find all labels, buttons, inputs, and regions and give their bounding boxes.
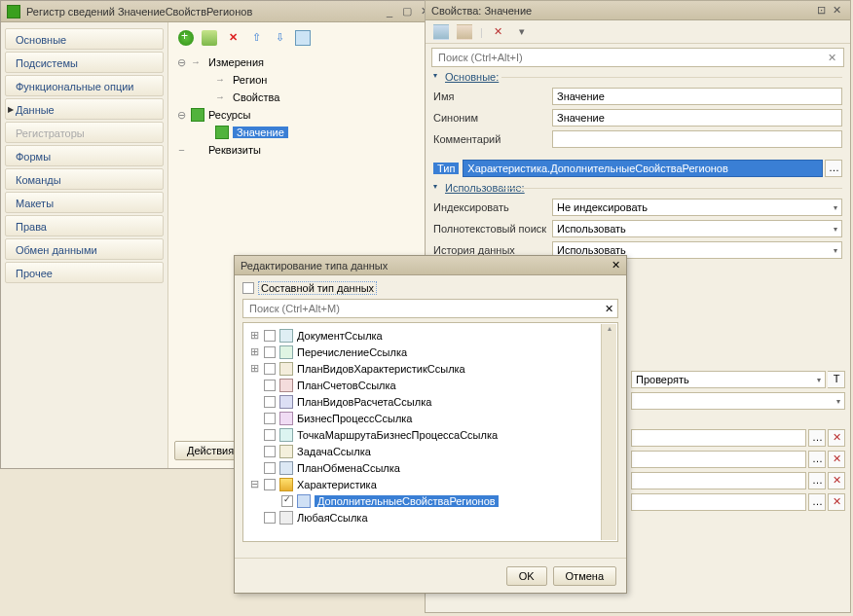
properties-search-input[interactable] [436, 51, 825, 64]
type-checkbox[interactable] [264, 446, 276, 457]
nav-item-main[interactable]: Основные [5, 28, 164, 50]
clear-icon[interactable]: ✕ [491, 24, 506, 40]
nav-item-other[interactable]: Прочее [5, 262, 164, 283]
more-button[interactable]: … [808, 429, 826, 447]
cancel-button[interactable]: Отмена [553, 566, 616, 586]
input-synonym[interactable]: Значение [552, 109, 842, 127]
type-checkbox[interactable] [264, 380, 276, 391]
ok-button[interactable]: OK [506, 566, 547, 586]
type-tree-item[interactable]: ПланОбменаСсылка [243, 459, 617, 476]
type-checkbox[interactable] [264, 346, 276, 358]
more-button[interactable]: … [808, 451, 826, 468]
nav-item-commands[interactable]: Команды [5, 168, 164, 190]
composite-type-checkbox[interactable] [242, 282, 254, 294]
type-checkbox[interactable] [281, 495, 293, 507]
add-icon[interactable] [178, 30, 194, 46]
nav-item-exchange[interactable]: Обмен данными [5, 238, 164, 260]
delete-icon[interactable]: ✕ [225, 30, 241, 46]
tree-group-attributes[interactable]: Реквизиты [176, 141, 431, 159]
pin-icon[interactable]: ⊡ [813, 4, 829, 17]
type-tree-item[interactable]: ⊞ПланВидовХарактеристикСсылка [243, 360, 617, 377]
type-tree-item[interactable]: ⊟Характеристика [243, 476, 617, 492]
ghost-select[interactable]: Проверять [631, 371, 826, 388]
scroll-up-icon[interactable]: ▴ [602, 324, 616, 333]
nav-item-data[interactable]: Данные [5, 98, 164, 120]
input-comment[interactable] [552, 130, 842, 148]
type-checkbox[interactable] [264, 429, 276, 441]
ghost-input[interactable] [631, 493, 806, 511]
expand-icon[interactable]: ⊟ [249, 478, 260, 490]
tree-item-value[interactable]: Значение [176, 124, 431, 141]
type-tree-item[interactable]: ⊞ДокументСсылка [243, 327, 617, 344]
tree-group-resources[interactable]: ⊖ Ресурсы [176, 106, 431, 124]
ghost-input[interactable] [631, 451, 806, 468]
expand-icon[interactable]: ⊞ [249, 362, 260, 375]
input-name[interactable]: Значение [552, 88, 842, 105]
properties-search[interactable]: ✕ [431, 48, 844, 67]
type-checkbox[interactable] [264, 413, 276, 424]
ghost-select[interactable] [631, 392, 845, 410]
close-icon[interactable]: ✕ [829, 4, 844, 17]
type-search[interactable]: ✕ [242, 299, 618, 318]
type-tree-item[interactable]: ТочкаМаршрутаБизнесПроцессаСсылка [243, 426, 617, 443]
composite-type-checkbox-row[interactable]: Составной тип данных [242, 281, 618, 295]
clear-button[interactable]: ✕ [828, 451, 845, 468]
type-tree-item[interactable]: БизнесПроцессСсылка [243, 410, 617, 426]
maximize-icon[interactable]: ▢ [398, 5, 416, 18]
ghost-input[interactable] [631, 429, 806, 447]
more-button[interactable]: … [808, 493, 826, 511]
type-checkbox[interactable] [264, 396, 276, 408]
expand-icon[interactable]: ⊞ [249, 345, 260, 358]
collapse-icon[interactable]: ⊖ [176, 109, 187, 122]
group-main-title[interactable]: Основные: [433, 71, 842, 83]
t-icon[interactable]: T [828, 371, 845, 388]
type-checkbox[interactable] [264, 479, 276, 490]
nav-item-rights[interactable]: Права [5, 215, 164, 236]
group-usage-title[interactable]: Использование: [433, 182, 842, 194]
clear-button[interactable]: ✕ [828, 472, 845, 489]
categorize-icon[interactable] [457, 24, 472, 40]
type-tree-item[interactable]: ⊞ПеречислениеСсылка [243, 344, 617, 360]
scrollbar[interactable]: ▴ [601, 324, 616, 540]
input-type[interactable]: Характеристика.ДополнительныеСвойстваРег… [463, 160, 823, 177]
properties-icon[interactable] [295, 30, 311, 46]
nav-item-forms[interactable]: Формы [5, 145, 164, 166]
type-tree-item[interactable]: ЛюбаяСсылка [243, 509, 617, 525]
type-checkbox[interactable] [264, 330, 276, 342]
titlebar[interactable]: Регистр сведений ЗначениеСвойствРегионов… [1, 1, 439, 22]
expand-icon[interactable]: ⊞ [249, 329, 260, 342]
type-checkbox[interactable] [264, 363, 276, 375]
type-checkbox[interactable] [264, 512, 276, 524]
sort-az-icon[interactable] [433, 24, 449, 40]
type-search-input[interactable] [247, 302, 605, 315]
nav-item-subsystems[interactable]: Подсистемы [5, 52, 164, 73]
type-tree[interactable]: ⊞ДокументСсылка⊞ПеречислениеСсылка⊞ПланВ… [242, 322, 618, 542]
dialog-close-icon[interactable]: ✕ [612, 259, 620, 272]
clear-search-icon[interactable]: ✕ [605, 303, 613, 315]
properties-titlebar[interactable]: Свойства: Значение ⊡ ✕ [426, 1, 850, 20]
type-edit-button[interactable]: … [825, 160, 842, 177]
clear-button[interactable]: ✕ [828, 429, 845, 447]
type-tree-item[interactable]: ЗадачаСсылка [243, 443, 617, 459]
type-tree-item[interactable]: ПланВидовРасчетаСсылка [243, 393, 617, 410]
move-up-icon[interactable]: ⇧ [248, 30, 264, 46]
nav-item-templates[interactable]: Макеты [5, 192, 164, 213]
dialog-titlebar[interactable]: Редактирование типа данных ✕ [235, 256, 626, 275]
minimize-icon[interactable]: _ [381, 6, 398, 18]
select-fts[interactable]: Использовать [552, 220, 842, 237]
edit-icon[interactable] [202, 30, 217, 46]
select-index[interactable]: Не индексировать [552, 199, 842, 216]
tree-item-properties[interactable]: Свойства [176, 89, 431, 106]
type-tree-item[interactable]: ПланСчетовСсылка [243, 377, 617, 393]
tree-group-dimensions[interactable]: ⊖ Измерения [176, 54, 431, 71]
type-tree-item[interactable]: ДополнительныеСвойстваРегионов [243, 492, 617, 509]
nav-item-funcoptions[interactable]: Функциональные опции [5, 75, 164, 96]
collapse-icon[interactable]: ⊖ [176, 56, 187, 69]
more-button[interactable]: … [808, 472, 826, 489]
clear-button[interactable]: ✕ [828, 493, 845, 511]
tree-item-region[interactable]: Регион [176, 71, 431, 89]
ghost-input[interactable] [631, 472, 806, 489]
type-checkbox[interactable] [264, 462, 276, 474]
clear-search-icon[interactable]: ✕ [825, 52, 839, 64]
dropdown-icon[interactable]: ▾ [514, 24, 530, 40]
